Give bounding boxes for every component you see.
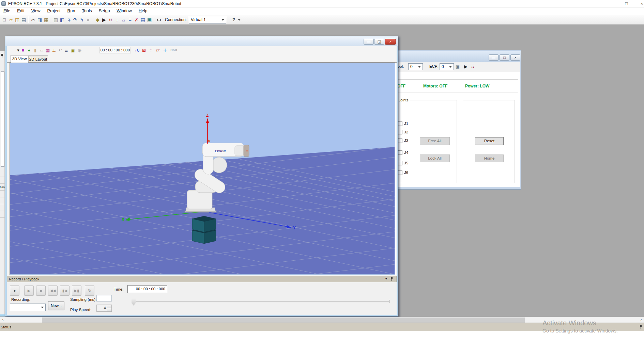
pin-icon[interactable] [390, 277, 393, 281]
rewind-button[interactable]: ◀◀ [48, 286, 58, 296]
record-button[interactable]: ● [10, 286, 19, 296]
task-manager-icon[interactable]: ≡ [127, 16, 133, 23]
lock-all-button[interactable]: Lock All [420, 154, 450, 162]
joint-checkbox-j1[interactable] [398, 121, 402, 126]
help-dropdown-icon[interactable] [238, 19, 241, 22]
add-tool-icon[interactable]: ⊥ [51, 47, 57, 53]
cut-icon[interactable]: ✂ [30, 16, 36, 23]
3d-scene[interactable]: XYEPSONZ [10, 63, 395, 275]
build-icon[interactable]: ◆ [94, 16, 101, 23]
scroll-left-icon[interactable]: ‹ [0, 317, 6, 323]
menu-view[interactable]: View [28, 7, 44, 15]
controller-icon[interactable]: ⌂ [120, 16, 127, 23]
joint-checkbox-j5[interactable] [398, 161, 402, 165]
joint-checkbox-j3[interactable] [398, 139, 402, 143]
3d-viewport[interactable]: XYEPSONZ [10, 63, 395, 275]
scrollbar-thumb[interactable] [42, 317, 525, 323]
video-record-icon[interactable]: ◉ [76, 47, 83, 53]
dock-listbox[interactable] [1, 71, 4, 167]
play-speed-stepper[interactable]: 4 [96, 305, 112, 312]
properties-icon[interactable]: ≣ [63, 47, 70, 53]
add-plane-icon[interactable]: ▱ [39, 47, 45, 53]
close-button[interactable]: × [634, 0, 644, 7]
step-out-icon[interactable]: ↰ [78, 16, 85, 23]
simulator-titlebar[interactable]: — ◱ × [5, 36, 398, 46]
rm-maximize-button[interactable]: □ [500, 54, 509, 61]
menu-run[interactable]: Run [64, 7, 79, 15]
monitor-icon[interactable]: ▣ [70, 47, 76, 53]
menu-project[interactable]: Project [44, 7, 64, 15]
help-button[interactable]: ? [231, 17, 236, 22]
vision-camera-icon[interactable]: ▣ [454, 63, 461, 70]
copy-icon[interactable]: ◨ [36, 16, 43, 23]
rm-minimize-button[interactable]: — [489, 54, 499, 61]
step-forward-button[interactable]: ▶▮ [72, 286, 81, 296]
print-icon[interactable]: ▤ [20, 16, 27, 23]
connection-select[interactable]: Virtual 1 [189, 16, 226, 23]
pin-icon[interactable] [639, 325, 642, 329]
maximize-button[interactable]: □ [619, 0, 634, 7]
reset-button[interactable]: Reset [475, 137, 504, 145]
step-over-icon[interactable]: ↷ [72, 16, 78, 23]
sim-minimize-button[interactable]: — [364, 39, 374, 45]
command-window-icon[interactable]: ▤ [140, 16, 146, 23]
io-bits-icon[interactable]: ⠿ [469, 63, 476, 70]
new-recording-button[interactable]: New... [48, 301, 64, 310]
playback-slider-thumb[interactable] [132, 298, 136, 306]
playback-slider-track[interactable] [132, 302, 389, 302]
collision-off-icon[interactable]: ⊠ [141, 47, 147, 53]
collision-points-icon[interactable]: ∷ [148, 47, 154, 53]
add-box-icon[interactable]: ■ [20, 47, 26, 53]
rm-close-button[interactable]: × [510, 54, 520, 61]
minimize-button[interactable]: — [603, 0, 619, 7]
goto-zero-icon[interactable]: →0 [132, 47, 140, 53]
step-into-icon[interactable]: ↴ [65, 16, 72, 23]
tab-2d-layout[interactable]: 2D Layout [28, 55, 48, 63]
home-button[interactable]: Home [475, 154, 504, 162]
stepper-arrows[interactable] [107, 305, 111, 311]
menu-edit[interactable]: Edit [14, 7, 28, 15]
add-sphere-icon[interactable]: ● [26, 47, 32, 53]
joint-checkbox-j4[interactable] [398, 150, 402, 155]
jog-icon[interactable]: ✛ [162, 47, 168, 53]
program-window-icon[interactable]: ◧ [59, 16, 65, 23]
tool-select[interactable]: 0 [408, 63, 423, 70]
menu-setup[interactable]: Setup [95, 7, 113, 15]
play-button[interactable]: ▶ [24, 286, 34, 296]
step-back-button[interactable]: ▮◀ [60, 286, 70, 296]
stop-button[interactable]: ■ [36, 286, 46, 296]
delete-tree-icon[interactable]: ✗ [133, 16, 140, 23]
stop-icon[interactable]: ● [85, 16, 91, 23]
paste-icon[interactable]: ▦ [43, 16, 49, 23]
io-monitor-icon[interactable]: ⠿ [107, 16, 114, 23]
sim-close-button[interactable]: × [385, 39, 396, 45]
tab-3d-view[interactable]: 3D View [11, 55, 28, 63]
loop-button[interactable]: ↻ [85, 286, 94, 296]
menu-window[interactable]: Window [113, 7, 135, 15]
sampling-field[interactable] [96, 295, 112, 302]
record-playback-header[interactable]: Record / Playback [7, 276, 397, 282]
scroll-right-icon[interactable]: › [638, 317, 644, 323]
sim-maximize-button[interactable]: ◱ [374, 39, 384, 45]
run-window-icon[interactable]: ▶ [101, 16, 107, 23]
time-field[interactable]: 00 : 00 : 00 : 000 [127, 285, 167, 293]
cad-icon[interactable]: CAD [169, 47, 179, 53]
pin-icon[interactable] [1, 54, 4, 58]
vision-icon[interactable]: ▣ [146, 16, 153, 23]
undo-icon[interactable]: ↶ [57, 47, 63, 53]
joint-checkbox-j2[interactable] [398, 130, 402, 134]
collapse-icon[interactable]: ▾ [385, 276, 387, 281]
add-cylinder-icon[interactable]: ▮ [32, 47, 39, 53]
joint-checkbox-j6[interactable] [398, 170, 402, 175]
open-project-icon[interactable]: ◫ [14, 16, 20, 23]
new-file-icon[interactable]: □ [1, 16, 7, 23]
select-region-icon[interactable]: ▨ [52, 16, 59, 23]
menu-tools[interactable]: Tools [78, 7, 95, 15]
menu-help[interactable]: Help [135, 7, 151, 15]
recording-select[interactable] [10, 304, 46, 311]
stepper-up-icon[interactable] [107, 305, 111, 308]
run-icon[interactable]: ▶ [462, 63, 469, 70]
download-icon[interactable]: ↓ [114, 16, 120, 23]
connection-plug-icon[interactable]: ⊶ [156, 16, 162, 23]
open-file-icon[interactable]: ▱ [7, 16, 14, 23]
